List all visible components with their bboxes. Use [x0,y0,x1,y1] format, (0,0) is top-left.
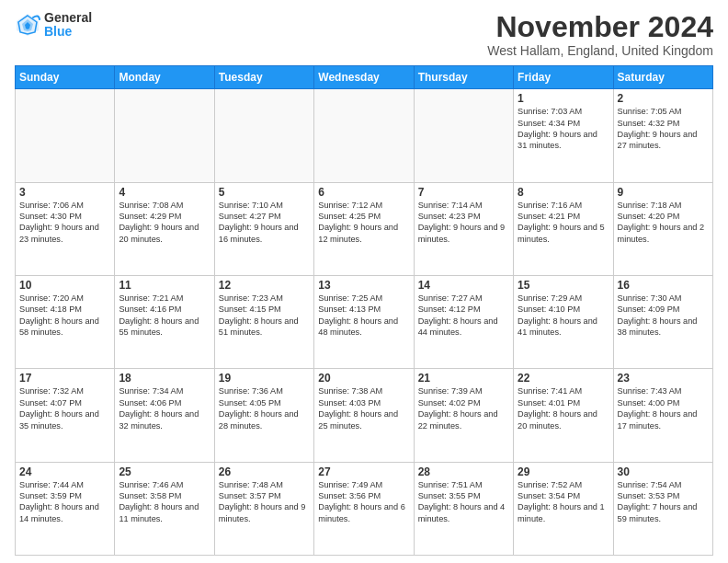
cell-info: Daylight: 8 hours and 55 minutes. [119,316,210,339]
calendar-cell [414,89,513,182]
cell-info: Sunset: 4:32 PM [618,118,709,129]
cell-info: Sunrise: 7:41 AM [518,385,609,396]
cell-info: Daylight: 9 hours and 5 minutes. [518,222,609,245]
calendar-cell: 21Sunrise: 7:39 AMSunset: 4:02 PMDayligh… [414,369,513,462]
calendar-cell: 28Sunrise: 7:51 AMSunset: 3:55 PMDayligh… [414,462,513,555]
cell-info: Sunrise: 7:25 AM [318,293,409,304]
cell-info: Sunrise: 7:16 AM [518,200,609,211]
cell-info: Daylight: 8 hours and 35 minutes. [19,408,110,431]
cell-info: Sunrise: 7:38 AM [318,385,409,396]
cell-info: Sunrise: 7:20 AM [19,293,110,304]
calendar-cell: 19Sunrise: 7:36 AMSunset: 4:05 PMDayligh… [214,369,313,462]
calendar-cell: 22Sunrise: 7:41 AMSunset: 4:01 PMDayligh… [514,369,613,462]
logo-text: General Blue [44,11,92,40]
cell-info: Daylight: 8 hours and 6 minutes. [318,501,409,524]
cell-info: Daylight: 9 hours and 20 minutes. [119,222,210,245]
cell-info: Sunrise: 7:05 AM [618,106,709,117]
cell-info: Sunset: 4:05 PM [219,397,310,408]
day-number: 12 [219,279,310,292]
calendar-cell: 30Sunrise: 7:54 AMSunset: 3:53 PMDayligh… [613,462,712,555]
cell-info: Sunrise: 7:52 AM [518,479,609,490]
cell-info: Sunrise: 7:23 AM [219,293,310,304]
cell-info: Sunrise: 7:03 AM [518,106,609,117]
cell-info: Daylight: 8 hours and 32 minutes. [119,408,210,431]
day-number: 18 [119,372,210,385]
cell-info: Sunset: 4:09 PM [618,304,709,315]
day-number: 16 [618,279,709,292]
cell-info: Daylight: 9 hours and 16 minutes. [219,222,310,245]
cell-info: Sunset: 3:59 PM [19,490,110,501]
day-number: 30 [618,465,709,478]
day-number: 15 [518,279,609,292]
day-number: 13 [318,279,409,292]
location: West Hallam, England, United Kingdom [487,43,713,58]
calendar-cell: 7Sunrise: 7:14 AMSunset: 4:23 PMDaylight… [414,182,513,275]
cell-info: Daylight: 9 hours and 12 minutes. [318,222,409,245]
col-saturday: Saturday [613,66,712,89]
day-number: 1 [518,92,609,105]
cell-info: Sunrise: 7:30 AM [618,293,709,304]
calendar-cell: 25Sunrise: 7:46 AMSunset: 3:58 PMDayligh… [115,462,214,555]
cell-info: Sunset: 4:34 PM [518,118,609,129]
cell-info: Sunrise: 7:46 AM [119,479,210,490]
cell-info: Daylight: 8 hours and 58 minutes. [19,316,110,339]
day-number: 23 [618,372,709,385]
cell-info: Sunset: 4:29 PM [119,211,210,222]
cell-info: Sunrise: 7:18 AM [618,200,709,211]
cell-info: Sunrise: 7:39 AM [418,385,509,396]
cell-info: Daylight: 7 hours and 59 minutes. [618,501,709,524]
cell-info: Sunset: 4:27 PM [219,211,310,222]
cell-info: Sunrise: 7:29 AM [518,293,609,304]
day-number: 7 [418,186,509,199]
cell-info: Daylight: 9 hours and 27 minutes. [618,129,709,152]
cell-info: Sunset: 3:54 PM [518,490,609,501]
cell-info: Daylight: 9 hours and 9 minutes. [418,222,509,245]
cell-info: Daylight: 8 hours and 44 minutes. [418,316,509,339]
day-number: 17 [19,372,110,385]
calendar-cell: 14Sunrise: 7:27 AMSunset: 4:12 PMDayligh… [414,275,513,368]
day-number: 14 [418,279,509,292]
cell-info: Daylight: 9 hours and 31 minutes. [518,129,609,152]
day-number: 2 [618,92,709,105]
calendar-cell: 24Sunrise: 7:44 AMSunset: 3:59 PMDayligh… [16,462,115,555]
logo-icon [15,12,40,38]
day-number: 20 [318,372,409,385]
cell-info: Sunset: 4:25 PM [318,211,409,222]
cell-info: Sunrise: 7:44 AM [19,479,110,490]
day-number: 5 [219,186,310,199]
day-number: 25 [119,465,210,478]
calendar-cell: 16Sunrise: 7:30 AMSunset: 4:09 PMDayligh… [613,275,712,368]
day-number: 22 [518,372,609,385]
cell-info: Sunrise: 7:43 AM [618,385,709,396]
cell-info: Sunrise: 7:49 AM [318,479,409,490]
calendar-cell [214,89,313,182]
cell-info: Sunset: 4:21 PM [518,211,609,222]
cell-info: Daylight: 8 hours and 1 minute. [518,501,609,524]
day-number: 10 [19,279,110,292]
cell-info: Sunset: 4:12 PM [418,304,509,315]
logo: General Blue [15,11,92,40]
cell-info: Sunrise: 7:32 AM [19,385,110,396]
col-monday: Monday [115,66,214,89]
logo-general-text: General [44,11,92,25]
calendar-cell: 18Sunrise: 7:34 AMSunset: 4:06 PMDayligh… [115,369,214,462]
calendar-cell: 9Sunrise: 7:18 AMSunset: 4:20 PMDaylight… [613,182,712,275]
day-number: 6 [318,186,409,199]
day-number: 29 [518,465,609,478]
cell-info: Sunset: 4:01 PM [518,397,609,408]
title-section: November 2024 West Hallam, England, Unit… [487,11,713,58]
cell-info: Sunrise: 7:08 AM [119,200,210,211]
calendar-cell [314,89,414,182]
cell-info: Daylight: 8 hours and 38 minutes. [618,316,709,339]
calendar-cell: 17Sunrise: 7:32 AMSunset: 4:07 PMDayligh… [16,369,115,462]
cell-info: Sunset: 3:53 PM [618,490,709,501]
day-number: 19 [219,372,310,385]
calendar-cell: 23Sunrise: 7:43 AMSunset: 4:00 PMDayligh… [613,369,712,462]
week-row-1: 1Sunrise: 7:03 AMSunset: 4:34 PMDaylight… [16,89,713,182]
cell-info: Sunset: 4:02 PM [418,397,509,408]
cell-info: Sunrise: 7:36 AM [219,385,310,396]
day-number: 27 [318,465,409,478]
cell-info: Daylight: 8 hours and 11 minutes. [119,501,210,524]
week-row-3: 10Sunrise: 7:20 AMSunset: 4:18 PMDayligh… [16,275,713,368]
cell-info: Sunrise: 7:06 AM [19,200,110,211]
